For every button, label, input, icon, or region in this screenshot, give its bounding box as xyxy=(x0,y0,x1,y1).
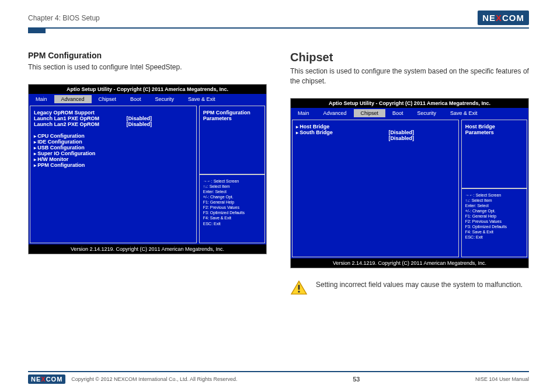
chapter-title: Chapter 4: BIOS Setup xyxy=(28,14,100,22)
bios-tabs: MainAdvancedChipsetBootSecuritySave & Ex… xyxy=(291,108,528,118)
lan2-value: [Disabled] xyxy=(127,121,193,127)
svg-rect-1 xyxy=(298,285,300,289)
help-line: F3: Optimized Defaults xyxy=(465,224,523,229)
bios-tab-main: Main xyxy=(291,109,316,117)
bios-title: Aptio Setup Utility - Copyright (C) 2011… xyxy=(29,85,266,94)
bios-help-keys: →←: Select Screen↑↓: Select ItemEnter: S… xyxy=(461,188,527,257)
warning-text: Setting incorrect field values may cause… xyxy=(316,280,523,290)
help-line: F4: Save & Exit xyxy=(203,215,261,220)
ppm-desc: This section is used to configure Intel … xyxy=(28,62,267,72)
footer-logo: NEXCOM xyxy=(28,374,65,384)
help-line: ↑↓: Select Item xyxy=(203,184,261,189)
help-line: →←: Select Screen xyxy=(203,178,261,184)
brand-logo: NEXCOM xyxy=(478,10,529,25)
page-number: 53 xyxy=(353,376,360,383)
bios-tab-save-exit: Save & Exit xyxy=(443,109,485,117)
help-line: F2: Previous Values xyxy=(203,205,261,210)
manual-name: NISE 104 User Manual xyxy=(475,376,529,382)
bios-screenshot-ppm: Aptio Setup Utility - Copyright (C) 2011… xyxy=(28,84,267,254)
svg-point-2 xyxy=(298,290,300,292)
bios-tab-main: Main xyxy=(29,95,54,103)
bios-title: Aptio Setup Utility - Copyright (C) 2011… xyxy=(291,99,528,108)
cpu-config-item: CPU Configuration xyxy=(34,133,193,139)
ide-config-item: IDE Configuration xyxy=(34,139,193,145)
bios-tabs: MainAdvancedChipsetBootSecuritySave & Ex… xyxy=(29,94,266,104)
copyright-text: Copyright © 2012 NEXCOM International Co… xyxy=(71,376,237,382)
bios-version: Version 2.14.1219. Copyright (C) 2011 Am… xyxy=(291,258,528,268)
usb-config-item: USB Configuration xyxy=(34,145,193,150)
help-line: F1: General Help xyxy=(203,200,261,205)
help-line: Enter: Select xyxy=(203,189,261,194)
bios-tab-security: Security xyxy=(148,95,182,103)
lan2-label: Launch Lan2 PXE OpROM xyxy=(34,121,127,127)
bios-tab-security: Security xyxy=(410,109,444,117)
help-line: ESC: Exit xyxy=(465,235,523,240)
lan1-value: [Disabled] xyxy=(127,116,193,121)
lan1-label: Launch Lan1 PXE OpROM xyxy=(34,116,127,121)
south-bridge-val2: [Disabled] xyxy=(389,135,455,141)
bios-tab-boot: Boot xyxy=(123,95,148,103)
warning-icon xyxy=(290,280,308,295)
help-line: ↑↓: Select Item xyxy=(465,198,523,203)
south-bridge-item: South Bridge xyxy=(296,130,389,135)
help-line: F4: Save & Exit xyxy=(465,229,523,235)
help-line: F1: General Help xyxy=(465,214,523,219)
header-tab-decoration xyxy=(28,27,46,33)
bios-help-keys: →←: Select Screen↑↓: Select ItemEnter: S… xyxy=(199,174,265,243)
help-line: +/-: Change Opt. xyxy=(465,208,523,214)
help-line: Enter: Select xyxy=(465,203,523,208)
ppm-heading: PPM Configuration xyxy=(28,51,267,60)
bios-tab-save-exit: Save & Exit xyxy=(181,95,222,103)
bios-version: Version 2.14.1219. Copyright (C) 2011 Am… xyxy=(29,244,266,254)
legacy-oprom-header: Legacy OpROM Support xyxy=(34,110,193,116)
chipset-help-title: Host Bridge Parameters xyxy=(465,124,495,135)
bios-tab-boot: Boot xyxy=(385,109,410,117)
bios-tab-chipset: Chipset xyxy=(354,109,386,117)
chipset-desc: This section is used to configure the sy… xyxy=(290,66,529,86)
help-line: +/-: Change Opt. xyxy=(203,194,261,200)
help-line: F3: Optimized Defaults xyxy=(203,210,261,215)
bios-tab-advanced: Advanced xyxy=(316,109,354,117)
chipset-heading: Chipset xyxy=(290,51,529,64)
ppm-config-item: PPM Configuration xyxy=(34,162,193,168)
superio-config-item: Super IO Configuration xyxy=(34,150,193,156)
bios-screenshot-chipset: Aptio Setup Utility - Copyright (C) 2011… xyxy=(290,98,529,268)
host-bridge-item: Host Bridge xyxy=(296,124,389,130)
ppm-help-title: PPM Configuration Parameters xyxy=(203,110,250,121)
hw-monitor-item: H/W Monitor xyxy=(34,156,193,162)
help-line: →←: Select Screen xyxy=(465,192,523,198)
south-bridge-val1: [Disabled] xyxy=(389,130,455,135)
help-line: ESC: Exit xyxy=(203,221,261,226)
help-line: F2: Previous Values xyxy=(465,219,523,224)
bios-tab-advanced: Advanced xyxy=(54,95,92,103)
bios-tab-chipset: Chipset xyxy=(92,95,124,103)
